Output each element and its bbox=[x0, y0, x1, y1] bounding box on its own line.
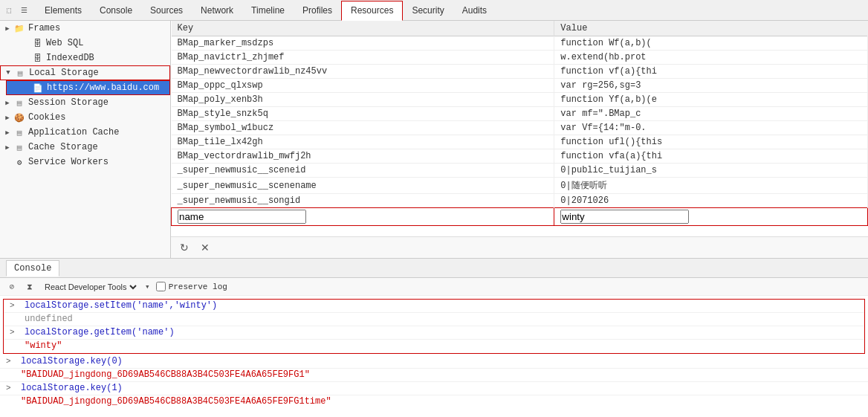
data-table: Key Value BMap_marker_msdzpsfunction Wf(… bbox=[171, 21, 868, 236]
table-row[interactable]: _super_newmusic__sceneid0|public_tuijian… bbox=[172, 164, 868, 178]
arrow-websql bbox=[21, 39, 30, 48]
arrow-cookies: ▶ bbox=[3, 113, 12, 122]
tab-sources[interactable]: Sources bbox=[141, 0, 192, 20]
sidebar-item-frames[interactable]: ▶ 📁 Frames bbox=[0, 21, 170, 36]
arrow-local-storage: ▼ bbox=[4, 68, 13, 77]
folder-icon: 📁 bbox=[13, 22, 25, 34]
console-text: localStorage.key(1) bbox=[21, 383, 862, 393]
sidebar-item-local-storage[interactable]: ▼ ▤ Local Storage bbox=[0, 65, 170, 80]
app-cache-icon: ▤ bbox=[13, 126, 25, 138]
sidebar-item-service-workers[interactable]: ⚙ Service Workers bbox=[0, 155, 170, 169]
console-prefix: > bbox=[6, 384, 18, 392]
table-row[interactable]: BMap_style_snzk5qvar mf=".BMap_c bbox=[172, 107, 868, 121]
table-toolbar: ↻ ✕ bbox=[171, 236, 868, 258]
tab-network[interactable]: Network bbox=[192, 0, 242, 20]
sidebar-label-websql: Web SQL bbox=[46, 38, 83, 48]
table-cell-key: BMap_symbol_w1bucz bbox=[172, 121, 554, 135]
sidebar-item-indexeddb[interactable]: 🗄 IndexedDB bbox=[6, 51, 170, 65]
session-storage-icon: ▤ bbox=[13, 97, 25, 109]
table-row[interactable]: BMap_vectordrawlib_mwfj2hfunction vfa(a)… bbox=[172, 149, 868, 164]
local-storage-icon: ▤ bbox=[14, 67, 26, 79]
table-row[interactable]: BMap_navictrl_zhjmefw.extend(hb.prot bbox=[172, 51, 868, 65]
tab-console[interactable]: Console bbox=[91, 0, 141, 20]
console-text: localStorage.getItem('name') bbox=[25, 327, 858, 337]
clear-icon[interactable]: ⊘ bbox=[6, 281, 18, 293]
main-area: ▶ 📁 Frames 🗄 Web SQL 🗄 IndexedDB ▼ ▤ Loc… bbox=[0, 21, 868, 259]
console-text: "BAIDUAD_jingdong_6D69AB546CB88A3B4C503F… bbox=[21, 396, 862, 407]
table-cell-value: 0|2071026 bbox=[554, 194, 868, 208]
inspect-icon[interactable]: ⬚ bbox=[3, 4, 15, 16]
bottom-area: Console ⊘ ⧗ React Developer Tools ▾ Pres… bbox=[0, 259, 868, 417]
sidebar-item-app-cache[interactable]: ▶ ▤ Application Cache bbox=[0, 125, 170, 140]
console-text: localStorage.key(0) bbox=[21, 356, 862, 366]
indexeddb-icon: 🗄 bbox=[31, 52, 43, 64]
sidebar-label-session: Session Storage bbox=[28, 97, 108, 108]
preserve-log-checkbox[interactable] bbox=[156, 282, 166, 291]
sidebar-label-cache-storage: Cache Storage bbox=[28, 142, 98, 152]
table-cell-value: function vfa(a){thi bbox=[554, 149, 868, 164]
table-row[interactable]: BMap_newvectordrawlib_nz45vvfunction vf(… bbox=[172, 65, 868, 79]
console-toolbar: ⊘ ⧗ React Developer Tools ▾ Preserve log bbox=[0, 278, 868, 296]
table-cell-value: function ufl(){this bbox=[554, 135, 868, 149]
sidebar-item-baidu[interactable]: 📄 https://www.baidu.com bbox=[6, 80, 170, 95]
filter-icon[interactable]: ⧗ bbox=[24, 281, 36, 293]
sidebar-label-cookies: Cookies bbox=[28, 112, 65, 123]
table-row[interactable]: BMap_marker_msdzpsfunction Wf(a,b)( bbox=[172, 36, 868, 51]
tab-timeline[interactable]: Timeline bbox=[242, 0, 294, 20]
sidebar-item-session-storage[interactable]: ▶ ▤ Session Storage bbox=[0, 95, 170, 110]
table-row[interactable]: BMap_symbol_w1buczvar Vf={14:"m-0. bbox=[172, 121, 868, 135]
tab-security[interactable]: Security bbox=[403, 0, 453, 20]
sidebar-item-cache-storage[interactable]: ▶ ▤ Cache Storage bbox=[0, 140, 170, 155]
refresh-button[interactable]: ↻ bbox=[177, 240, 192, 255]
page-icon: 📄 bbox=[32, 82, 44, 94]
dropdown-arrow: ▾ bbox=[145, 282, 150, 291]
sidebar-label-frames: Frames bbox=[28, 23, 60, 33]
devtools-icons: ⬚ ☰ bbox=[3, 4, 30, 16]
col-value: Value bbox=[554, 21, 868, 36]
service-workers-icon: ⚙ bbox=[13, 156, 25, 168]
mobile-icon[interactable]: ☰ bbox=[18, 4, 30, 16]
table-cell-key: BMap_style_snzk5q bbox=[172, 107, 554, 121]
console-text: localStorage.setItem('name','winty') bbox=[25, 300, 858, 311]
table-cell-value bbox=[554, 208, 868, 226]
tab-elements[interactable]: Elements bbox=[36, 0, 91, 20]
table-row[interactable]: BMap_oppc_qlxswpvar rg=256,sg=3 bbox=[172, 79, 868, 93]
table-cell-key: _super_newmusic__sceneid bbox=[172, 164, 554, 178]
table-cell-key: BMap_oppc_qlxswp bbox=[172, 79, 554, 93]
cache-storage-icon: ▤ bbox=[13, 141, 25, 153]
tab-audits[interactable]: Audits bbox=[453, 0, 496, 20]
table-row[interactable]: BMap_poly_xenb3hfunction Yf(a,b)(e bbox=[172, 93, 868, 107]
table-row[interactable] bbox=[172, 208, 868, 226]
key-edit-input[interactable] bbox=[178, 210, 306, 224]
table-panel: Key Value BMap_marker_msdzpsfunction Wf(… bbox=[171, 21, 868, 258]
tab-console-bottom[interactable]: Console bbox=[6, 260, 59, 277]
table-row[interactable]: BMap_tile_lx42ghfunction ufl(){this bbox=[172, 135, 868, 149]
console-output: >localStorage.setItem('name','winty')und… bbox=[0, 296, 868, 417]
table-cell-key: BMap_tile_lx42gh bbox=[172, 135, 554, 149]
sidebar: ▶ 📁 Frames 🗄 Web SQL 🗄 IndexedDB ▼ ▤ Loc… bbox=[0, 21, 171, 258]
framework-select[interactable]: React Developer Tools bbox=[42, 282, 139, 292]
sidebar-item-websql[interactable]: 🗄 Web SQL bbox=[6, 36, 170, 51]
sidebar-label-indexeddb: IndexedDB bbox=[46, 53, 94, 63]
table-row[interactable]: _super_newmusic__scenename0|随便听听 bbox=[172, 178, 868, 194]
arrow-cache-storage: ▶ bbox=[3, 143, 12, 152]
console-line: undefined bbox=[4, 313, 864, 326]
tab-resources[interactable]: Resources bbox=[341, 1, 403, 21]
console-tabs: Console bbox=[0, 259, 868, 278]
table-cell-key: _super_newmusic__songid bbox=[172, 194, 554, 208]
db-icon: 🗄 bbox=[31, 37, 43, 49]
table-cell-value: function vf(a){thi bbox=[554, 65, 868, 79]
sidebar-item-cookies[interactable]: ▶ 🍪 Cookies bbox=[0, 110, 170, 125]
table-cell-key: BMap_marker_msdzps bbox=[172, 36, 554, 51]
delete-button[interactable]: ✕ bbox=[198, 240, 213, 255]
col-key: Key bbox=[172, 21, 554, 36]
console-line: >localStorage.key(1) bbox=[0, 382, 868, 395]
value-edit-input[interactable] bbox=[560, 210, 689, 224]
tab-profiles[interactable]: Profiles bbox=[294, 0, 341, 20]
preserve-log-container: Preserve log bbox=[156, 282, 227, 291]
table-row[interactable]: _super_newmusic__songid0|2071026 bbox=[172, 194, 868, 208]
console-line: >localStorage.setItem('name','winty') bbox=[4, 300, 864, 313]
console-text: undefined bbox=[25, 314, 858, 324]
table-cell-key: BMap_newvectordrawlib_nz45vv bbox=[172, 65, 554, 79]
arrow-service-workers bbox=[3, 158, 12, 167]
